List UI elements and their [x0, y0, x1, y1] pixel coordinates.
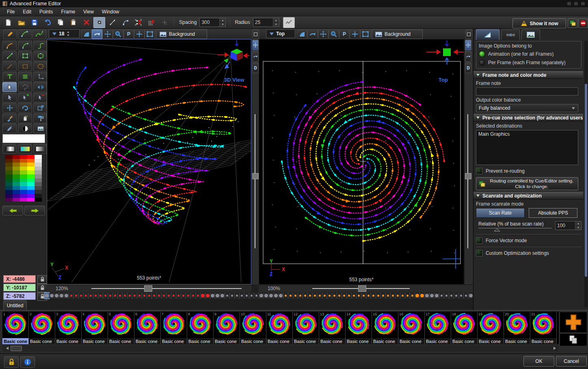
left-vertical-slider-thumb[interactable] — [252, 173, 259, 179]
palette-color[interactable] — [20, 174, 27, 178]
menu-frame[interactable]: Frame — [57, 8, 79, 15]
palette-gray[interactable] — [35, 159, 42, 163]
routing-button[interactable]: Routing controlled by Cue/Editor setting… — [476, 177, 578, 190]
palette-color[interactable] — [13, 159, 20, 163]
delete-button[interactable] — [80, 17, 92, 28]
fill-tool[interactable] — [2, 113, 17, 123]
pan-view-button[interactable] — [252, 40, 259, 50]
frame-thumbnail[interactable]: 12Basic cone — [293, 312, 319, 344]
point-cell[interactable] — [181, 293, 186, 299]
point-cell[interactable] — [93, 293, 98, 299]
right-sector-tool[interactable] — [297, 29, 307, 39]
scroll-right-icon[interactable] — [553, 346, 556, 350]
right-pivot-tool[interactable]: P — [339, 29, 350, 39]
frames-scrollbar-thumb[interactable] — [11, 346, 22, 351]
point-cell[interactable] — [318, 293, 322, 299]
point-cell[interactable] — [84, 293, 89, 299]
point-cell[interactable] — [171, 293, 176, 299]
snap-object-magnet-button[interactable] — [132, 17, 144, 28]
remove-point-tool[interactable] — [33, 93, 48, 102]
point-cell[interactable] — [444, 293, 449, 299]
palette-color[interactable] — [27, 194, 35, 198]
radius-input[interactable] — [253, 18, 273, 26]
palette-gray[interactable] — [35, 194, 42, 198]
viewport-top[interactable]: YXZ Top 553 points* — [259, 39, 464, 284]
eyedropper-tool[interactable] — [2, 124, 17, 133]
palette-gray[interactable] — [35, 170, 42, 174]
point-cell[interactable] — [157, 293, 162, 299]
left-panel-config-button[interactable] — [252, 29, 259, 39]
point-cell[interactable] — [361, 293, 366, 299]
frame-thumbnail[interactable]: 15Basic cone — [372, 312, 398, 344]
point-cell[interactable] — [298, 293, 303, 299]
arc-tool[interactable] — [18, 41, 32, 50]
frame-thumbnail[interactable]: 1Basic cone — [2, 312, 29, 344]
freehand-curve-tool[interactable] — [2, 41, 17, 50]
palette-color[interactable] — [27, 182, 35, 186]
show-it-now-button[interactable]: Show it now — [512, 18, 566, 28]
destinations-listbox[interactable]: Main Graphics — [476, 130, 578, 165]
new-button[interactable] — [2, 17, 14, 28]
point-cell[interactable] — [235, 293, 240, 299]
frame-thumbnail[interactable]: 3Basic cone — [55, 312, 82, 344]
frame-thumbnail[interactable]: 11Basic cone — [266, 312, 293, 344]
frame-thumbnail[interactable]: 8Basic cone — [187, 312, 214, 344]
palette-color[interactable] — [13, 163, 20, 167]
image-tool[interactable] — [33, 124, 48, 133]
frame-thumbnail[interactable]: 9Basic cone — [214, 312, 240, 344]
palette-color[interactable] — [20, 178, 27, 182]
frame-thumbnail[interactable]: 13Basic cone — [319, 312, 346, 344]
s-curve-tool[interactable] — [33, 41, 48, 50]
palette-color[interactable] — [27, 167, 35, 171]
palette-color[interactable] — [20, 155, 27, 159]
left-zoom-slider-thumb[interactable] — [144, 285, 152, 292]
palette-color[interactable] — [13, 190, 20, 194]
point-cell[interactable] — [201, 293, 205, 299]
point-cell[interactable] — [254, 293, 259, 299]
point-cell[interactable] — [54, 293, 59, 299]
left-sector-tool[interactable] — [81, 29, 92, 39]
point-cell[interactable] — [449, 293, 454, 299]
point-cell[interactable] — [327, 293, 332, 299]
frame-note-input[interactable] — [476, 87, 578, 96]
lock-x-button[interactable] — [37, 275, 47, 284]
left-frame-rect-tool[interactable] — [145, 29, 155, 39]
palette-color[interactable] — [13, 174, 20, 178]
relative-scanrate-spinner[interactable]: ▲▼ — [555, 221, 582, 230]
palette-color[interactable] — [27, 155, 35, 159]
point-cell[interactable] — [59, 293, 64, 299]
scanrate-slider-marker[interactable] — [493, 228, 501, 232]
right-vertical-slider-track[interactable] — [467, 114, 468, 248]
optimize-curve-button[interactable] — [283, 17, 295, 28]
left-pivot-tool[interactable]: P — [123, 29, 134, 39]
point-cell[interactable] — [215, 293, 220, 299]
scan-rate-button[interactable]: Scan Rate — [476, 208, 525, 218]
palette-color[interactable] — [13, 170, 20, 174]
point-cell[interactable] — [400, 293, 405, 299]
point-cell[interactable] — [371, 293, 376, 299]
point-cell[interactable] — [410, 293, 415, 299]
palette-gray[interactable] — [35, 167, 42, 171]
point-cell[interactable] — [391, 293, 396, 299]
curve-tool[interactable] — [18, 29, 32, 39]
point-cell[interactable] — [128, 293, 132, 299]
add-point-tool[interactable] — [18, 93, 32, 102]
radio-per-frame[interactable]: Per Frame (each Frame separately) — [479, 59, 579, 66]
point-cell[interactable] — [205, 293, 210, 299]
frame-thumbnail[interactable]: 17Basic cone — [425, 312, 451, 344]
point-cell[interactable] — [283, 293, 288, 299]
line-tool[interactable] — [2, 51, 17, 61]
frame-thumbnail[interactable]: 21Basic cone — [530, 312, 557, 344]
palette-color[interactable] — [27, 178, 35, 182]
right-zoom-slider-thumb[interactable] — [358, 285, 366, 292]
point-cell[interactable] — [293, 293, 298, 299]
gradient-dark-button[interactable] — [2, 144, 17, 154]
menu-window[interactable]: Window — [98, 8, 123, 15]
point-cell[interactable] — [464, 293, 469, 299]
palette-gray[interactable] — [35, 182, 42, 186]
palette-color[interactable] — [20, 186, 27, 190]
palette-color[interactable] — [20, 163, 27, 167]
add-frame-button[interactable] — [560, 312, 587, 333]
point-cell[interactable] — [225, 293, 230, 299]
scroll-left-icon[interactable] — [6, 346, 9, 350]
